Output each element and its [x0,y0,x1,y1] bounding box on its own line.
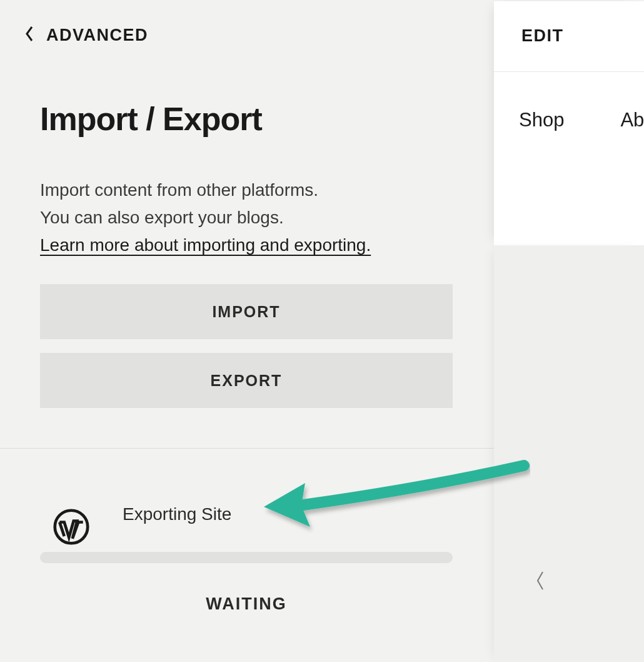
chevron-left-icon [24,25,35,45]
export-progress-bar [40,552,453,563]
back-button[interactable]: ADVANCED [24,25,148,45]
export-button[interactable]: EXPORT [40,353,453,408]
settings-panel: ADVANCED Import / Export Import content … [0,0,494,662]
wordpress-icon [53,508,90,546]
nav-link-shop[interactable]: Shop [519,109,564,131]
section-divider [0,448,494,449]
page-title: Import / Export [40,100,262,138]
export-status-row: Exporting Site [53,498,231,546]
import-button[interactable]: IMPORT [40,284,453,339]
back-label: ADVANCED [46,26,148,45]
preview-collapse-button[interactable] [535,569,546,594]
description-line: Import content from other platforms. [40,176,371,204]
preview-panel-bottom [494,245,644,662]
preview-divider [494,71,644,72]
preview-nav: Shop About [519,109,644,131]
description-line: You can also export your blogs. [40,204,371,232]
preview-panel-top: EDIT Shop About [494,1,644,245]
nav-link-about[interactable]: About [620,109,644,131]
page-description: Import content from other platforms. You… [40,176,371,259]
export-status-state: WAITING [40,594,453,614]
learn-more-link[interactable]: Learn more about importing and exporting… [40,235,371,255]
export-status-title: Exporting Site [123,504,231,524]
edit-button[interactable]: EDIT [521,26,564,46]
